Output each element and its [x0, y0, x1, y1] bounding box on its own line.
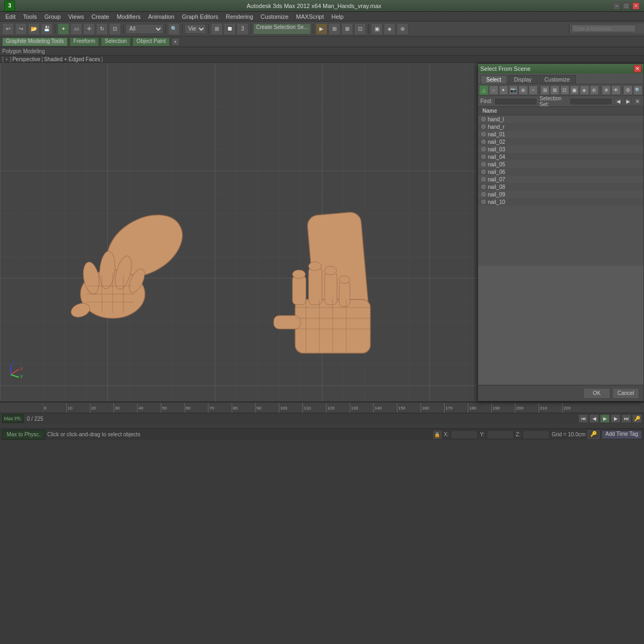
dt-shapes-btn[interactable]: ○ [489, 85, 498, 95]
list-item[interactable]: nail_10 [478, 198, 643, 206]
y-input[interactable] [487, 430, 514, 439]
anim3-btn[interactable]: ⊛ [397, 23, 408, 35]
key-mode-btn[interactable]: 🔑 [632, 414, 642, 423]
list-item[interactable]: nail_08 [478, 183, 643, 191]
dt-spacewarps-btn[interactable]: ~ [529, 85, 538, 95]
more-options-btn[interactable]: • [172, 38, 179, 46]
menu-customize[interactable]: Customize [258, 13, 292, 20]
menu-edit[interactable]: Edit [2, 13, 19, 20]
svg-text:170: 170 [445, 406, 453, 411]
object-list[interactable]: hand_l hand_r nail_01 nail_02 nail_03 na… [478, 115, 643, 266]
menu-help[interactable]: Help [328, 13, 347, 20]
find-input[interactable] [494, 98, 537, 105]
select-btn[interactable]: ✦ [57, 23, 69, 35]
cancel-button[interactable]: Cancel [612, 388, 639, 399]
dt-hide-btn[interactable]: 👁 [611, 85, 620, 95]
anim1-btn[interactable]: ▣ [371, 23, 383, 35]
add-time-tag-button[interactable]: Add Time Tag [602, 430, 642, 439]
dt-btn10[interactable]: ▣ [570, 85, 579, 95]
prev-frame-btn[interactable]: ◀ [589, 414, 599, 423]
dt-btn7[interactable]: ⊞ [540, 85, 550, 95]
menu-tools[interactable]: Tools [20, 13, 40, 20]
create-selection-btn[interactable]: Create Selection Se... [253, 24, 311, 34]
snap3-btn[interactable]: 3 [237, 23, 248, 35]
save-button[interactable]: 💾 [41, 23, 53, 35]
dt-freeze-btn[interactable]: ❄ [602, 85, 611, 95]
play-btn[interactable]: ▶ [600, 414, 610, 423]
z-input[interactable] [523, 430, 550, 439]
render4-btn[interactable]: ⊡ [354, 23, 366, 35]
list-item[interactable]: nail_09 [478, 191, 643, 198]
find-btn2[interactable]: ▶ [624, 98, 632, 105]
menu-create[interactable]: Create [88, 13, 112, 20]
select-filter-dropdown[interactable]: All Geometry Lights [126, 24, 163, 34]
x-input[interactable] [451, 430, 478, 439]
menu-views[interactable]: Views [65, 13, 87, 20]
minimize-button[interactable]: − [613, 2, 620, 10]
maximize-button[interactable]: □ [623, 2, 630, 10]
tab-customize[interactable]: Customize [539, 75, 576, 84]
dt-cameras-btn[interactable]: 📷 [509, 85, 518, 95]
scale-btn[interactable]: ⊡ [109, 23, 121, 35]
dt-helpers-btn[interactable]: ⊕ [518, 85, 528, 95]
dt-lights-btn[interactable]: ✦ [499, 85, 508, 95]
rotate-btn[interactable]: ↻ [96, 23, 108, 35]
dt-btn8[interactable]: ⊠ [550, 85, 559, 95]
render-btn[interactable]: ▶ [316, 23, 327, 35]
dt-btn11[interactable]: ◈ [580, 85, 589, 95]
tab-display[interactable]: Display [508, 75, 538, 84]
list-item[interactable]: hand_r [478, 123, 643, 130]
tab-select[interactable]: Select [480, 75, 507, 84]
menu-modifiers[interactable]: Modifiers [113, 13, 144, 20]
dt-geometry-btn[interactable]: △ [479, 85, 488, 95]
ok-button[interactable]: OK [583, 388, 610, 399]
go-to-end-btn[interactable]: ⏭ [621, 414, 631, 423]
list-item[interactable]: nail_07 [478, 175, 643, 183]
menu-maxscript[interactable]: MAXScript [293, 13, 327, 20]
render3-btn[interactable]: ⊠ [341, 23, 353, 35]
obj-name: nail_01 [488, 131, 505, 137]
select-region-btn[interactable]: ▭ [70, 23, 82, 35]
object-paint-btn[interactable]: Object Paint [133, 38, 169, 46]
list-item[interactable]: nail_06 [478, 168, 643, 175]
list-item[interactable]: hand_l [478, 115, 643, 123]
menu-rendering[interactable]: Rendering [223, 13, 257, 20]
list-item[interactable]: nail_05 [478, 160, 643, 168]
lock-icon[interactable]: 🔒 [433, 430, 442, 439]
dialog-close-button[interactable]: ✕ [634, 65, 641, 72]
graphite-modeling-btn[interactable]: Graphite Modeling Tools [2, 38, 68, 46]
timeline-ticks[interactable]: 0 10 20 30 40 50 60 70 80 90 100 110 120 [0, 402, 644, 413]
view-dropdown[interactable]: View [185, 24, 206, 34]
dt-btn9[interactable]: ⊡ [560, 85, 569, 95]
dt-search-btn[interactable]: 🔍 [633, 85, 642, 95]
list-item[interactable]: nail_01 [478, 130, 643, 138]
find-btn1[interactable]: ◀ [614, 98, 622, 105]
redo-button[interactable]: ↪ [15, 23, 27, 35]
list-item[interactable]: nail_02 [478, 138, 643, 145]
set-key-button[interactable]: 🔑 [588, 430, 599, 439]
undo-button[interactable]: ↩ [2, 23, 14, 35]
menu-group[interactable]: Group [41, 13, 64, 20]
selection-set-input[interactable] [569, 98, 612, 105]
render2-btn[interactable]: ⊞ [328, 23, 340, 35]
find-btn3[interactable]: ✕ [634, 98, 641, 105]
menu-animation[interactable]: Animation [145, 13, 178, 20]
open-button[interactable]: 📂 [28, 23, 40, 35]
list-item[interactable]: nail_03 [478, 145, 643, 153]
max-to-physac-btn[interactable]: Max Ph. [2, 414, 24, 423]
anim2-btn[interactable]: ◈ [384, 23, 396, 35]
next-frame-btn[interactable]: ▶ [611, 414, 620, 423]
freeform-btn[interactable]: Freeform [70, 38, 99, 46]
list-item[interactable]: nail_04 [478, 153, 643, 160]
move-btn[interactable]: ✛ [83, 23, 95, 35]
search-input[interactable] [572, 25, 636, 32]
select-by-name-btn[interactable]: 🔍 [168, 23, 180, 35]
go-to-start-btn[interactable]: ⏮ [579, 414, 588, 423]
close-button[interactable]: ✕ [632, 2, 640, 10]
menu-graph-editors[interactable]: Graph Editors [179, 13, 222, 20]
dt-filter-btn[interactable]: ⚙ [623, 85, 632, 95]
snap-btn[interactable]: 🔲 [224, 23, 236, 35]
dt-btn12[interactable]: ⊛ [590, 85, 599, 95]
align-btn[interactable]: ⊞ [211, 23, 223, 35]
selection-btn[interactable]: Selection [101, 38, 130, 46]
